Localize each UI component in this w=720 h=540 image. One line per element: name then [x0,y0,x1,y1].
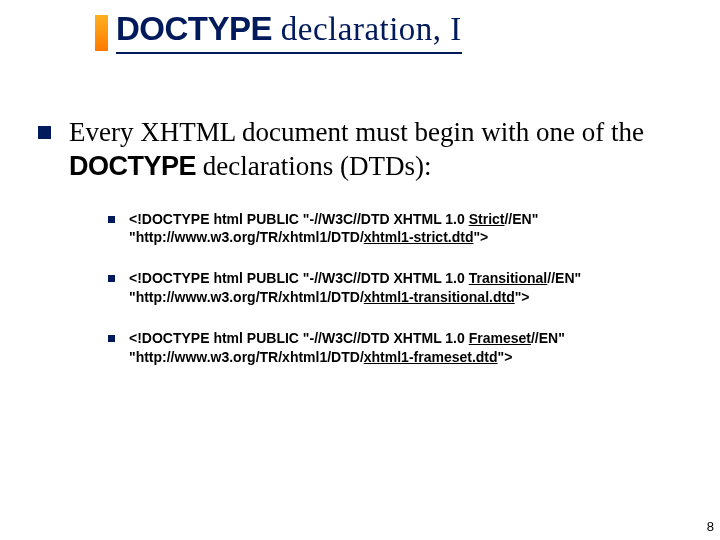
slide-title: DOCTYPE declaration, I [116,10,462,54]
list-item: <!DOCTYPE html PUBLIC "-//W3C//DTD XHTML… [108,269,660,307]
code-text: <!DOCTYPE html PUBLIC "-//W3C//DTD XHTML… [129,329,660,367]
code-text: <!DOCTYPE html PUBLIC "-//W3C//DTD XHTML… [129,210,660,248]
slide-title-area: DOCTYPE declaration, I [0,0,720,54]
code-underline: xhtml1-strict.dtd [364,229,474,245]
main-bullet: Every XHTML document must begin with one… [38,116,680,184]
list-item: <!DOCTYPE html PUBLIC "-//W3C//DTD XHTML… [108,210,660,248]
main-pre: Every XHTML document must begin with one… [69,117,644,147]
sub-bullet-list: <!DOCTYPE html PUBLIC "-//W3C//DTD XHTML… [38,210,680,367]
page-number: 8 [707,519,714,534]
code-underline: Strict [469,211,505,227]
accent-bar-icon [95,15,108,51]
code-seg: <!DOCTYPE html PUBLIC "-//W3C//DTD XHTML… [129,330,469,346]
code-seg: <!DOCTYPE html PUBLIC "-//W3C//DTD XHTML… [129,211,469,227]
code-seg: "> [515,289,530,305]
code-text: <!DOCTYPE html PUBLIC "-//W3C//DTD XHTML… [129,269,660,307]
code-underline: Frameset [469,330,531,346]
code-seg: "> [498,349,513,365]
main-mono: DOCTYPE [69,151,196,181]
code-underline: xhtml1-frameset.dtd [364,349,498,365]
main-post: declarations (DTDs): [196,151,431,181]
square-bullet-icon [108,216,115,223]
code-underline: Transitional [469,270,548,286]
main-text: Every XHTML document must begin with one… [69,116,680,184]
title-rest: declaration, I [272,11,462,47]
code-underline: xhtml1-transitional.dtd [364,289,515,305]
slide-body: Every XHTML document must begin with one… [0,54,720,367]
square-bullet-icon [108,275,115,282]
code-seg: <!DOCTYPE html PUBLIC "-//W3C//DTD XHTML… [129,270,469,286]
square-bullet-icon [38,126,51,139]
code-seg: "> [473,229,488,245]
list-item: <!DOCTYPE html PUBLIC "-//W3C//DTD XHTML… [108,329,660,367]
title-bold: DOCTYPE [116,10,272,47]
square-bullet-icon [108,335,115,342]
